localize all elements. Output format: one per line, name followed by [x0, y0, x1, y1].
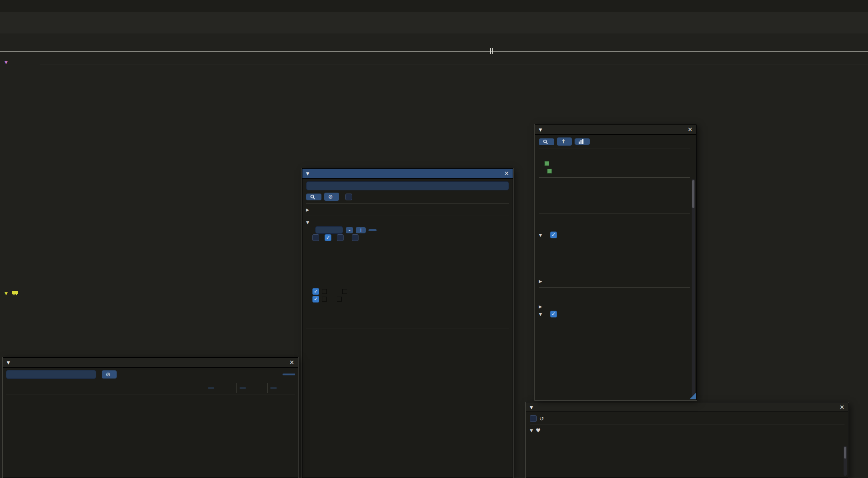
expand-icon[interactable]: ▶ [539, 279, 542, 284]
find-zone-window: ▼ ✕ ⊘ ▶ ▼ - + ✓ [302, 168, 513, 478]
collapse-icon[interactable]: ▼ [7, 360, 10, 365]
collapse-icon[interactable]: ▼ [530, 405, 533, 410]
close-icon[interactable]: ✕ [504, 170, 509, 177]
group-average-swatch [322, 297, 327, 302]
thread-color-swatch [547, 169, 552, 174]
bar-chart-icon [579, 139, 584, 144]
scrollbar[interactable] [844, 446, 847, 476]
col-mtpc-button[interactable] [270, 388, 277, 388]
frame-ranges[interactable] [0, 47, 868, 56]
main-toolbar [0, 0, 868, 12]
min-values-input[interactable] [315, 226, 343, 234]
cpu-core-rows[interactable] [0, 80, 868, 123]
resize-handle[interactable] [689, 393, 696, 399]
matched-source-locations[interactable]: ▶ [306, 206, 509, 213]
increment-button[interactable]: + [356, 227, 366, 233]
zone-info-window: ▼ ✕ ↑ ▼ ✓ ▶ [535, 124, 697, 400]
up-arrow-icon: ↑ [561, 138, 566, 145]
expand-icon[interactable]: ▶ [539, 304, 542, 309]
collapse-icon[interactable]: ▼ [530, 428, 533, 433]
statistics-window: ▼ ✕ ⊘ [3, 357, 298, 478]
statistics-titlebar[interactable]: ▼ ✕ [3, 358, 298, 368]
average-time-swatch [322, 289, 327, 294]
zoom-icon [543, 139, 548, 144]
col-total-time-button[interactable] [208, 388, 214, 388]
clear-icon: ⊘ [328, 194, 333, 200]
filter-input[interactable] [6, 370, 96, 379]
group-by-options [306, 338, 509, 346]
collapse-icon[interactable]: ▼ [306, 171, 309, 176]
avg-median-checkbox[interactable]: ✓ [312, 288, 319, 295]
collapse-icon[interactable]: ▼ [306, 220, 309, 225]
collapse-icon[interactable]: ▼ [539, 312, 542, 317]
source-color-swatch [544, 161, 549, 166]
collapse-icon[interactable]: ▼ [539, 233, 542, 237]
memory-window: ▼ ✕ ↺ ▼ ♥ [526, 402, 849, 478]
histogram-section[interactable]: ▼ [306, 218, 509, 226]
clear-button[interactable]: ⊘ [324, 193, 339, 201]
frame-time-meter[interactable] [0, 12, 868, 33]
ignore-case-checkbox[interactable] [345, 194, 352, 200]
close-icon[interactable]: ✕ [289, 359, 294, 366]
decrement-button[interactable]: - [346, 227, 353, 233]
zone-info-titlebar[interactable]: ▼ ✕ [535, 125, 696, 135]
cumulate-time-checkbox[interactable] [337, 234, 344, 241]
col-counts-button[interactable] [240, 388, 246, 388]
clear-filter-button[interactable]: ⊘ [102, 370, 117, 379]
scrollbar[interactable] [692, 179, 695, 396]
memory-titlebar[interactable]: ▼ ✕ [526, 403, 848, 412]
cpu-usage-graph[interactable] [0, 67, 868, 80]
frame-line [0, 51, 868, 52]
cpu-data-header[interactable]: ▼ [5, 58, 10, 65]
find-zone-titlebar[interactable]: ▼ ✕ [302, 169, 513, 179]
go-to-parent-button[interactable]: ↑ [557, 137, 572, 146]
search-icon [310, 194, 315, 199]
log-time-checkbox[interactable]: ✓ [325, 234, 331, 241]
sort-by-options [306, 346, 509, 354]
restrict-time-checkbox[interactable] [530, 415, 537, 422]
close-icon[interactable]: ✕ [688, 126, 693, 133]
find-button[interactable] [306, 194, 321, 200]
memory-usage-header[interactable]: ▼ [5, 289, 24, 296]
relative-time-checkbox[interactable]: ✓ [550, 232, 557, 238]
group-median-swatch [337, 297, 342, 302]
zoom-to-zone-button[interactable] [539, 138, 554, 145]
collapse-icon: ▼ [5, 60, 8, 65]
group-avg-median-checkbox[interactable]: ✓ [312, 296, 319, 303]
history-icon: ↺ [539, 416, 544, 422]
heartbeat-icon: ♥ [536, 427, 541, 434]
expand-icon[interactable]: ▶ [306, 208, 309, 212]
frame-separator [492, 48, 493, 54]
group-children-checkbox[interactable]: ✓ [550, 311, 557, 317]
self-time-checkbox[interactable] [352, 234, 359, 241]
frame-separator [490, 48, 491, 54]
timing-button[interactable] [283, 374, 295, 375]
divider [40, 65, 868, 65]
statistics-button[interactable] [575, 138, 590, 145]
collapse-icon[interactable]: ▼ [539, 128, 542, 132]
log-values-checkbox[interactable] [312, 234, 319, 241]
clear-icon: ⊘ [106, 371, 110, 378]
reset-button[interactable] [368, 229, 377, 231]
ram-icon [12, 291, 18, 295]
close-icon[interactable]: ✕ [840, 404, 844, 411]
timeline-ruler[interactable] [0, 33, 868, 47]
col-location[interactable] [92, 383, 205, 393]
collapse-icon: ▼ [5, 291, 8, 296]
search-input[interactable] [306, 181, 509, 190]
median-time-swatch [342, 289, 347, 294]
